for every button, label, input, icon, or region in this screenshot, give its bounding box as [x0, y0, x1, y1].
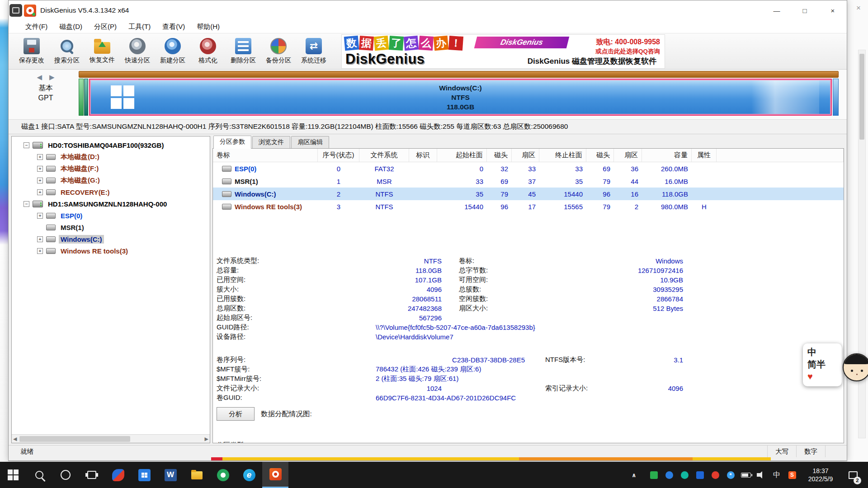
expand-icon[interactable]: +: [37, 178, 43, 183]
taskbar-app-file-explorer[interactable]: [184, 462, 210, 488]
tray-volume[interactable]: [754, 462, 769, 488]
toolbar-new-partition-button[interactable]: 新建分区: [155, 35, 190, 68]
column-header-7[interactable]: 终止柱面: [539, 149, 586, 162]
tree-item-windows-c[interactable]: +Windows(C:): [12, 233, 210, 245]
taskbar-app-store[interactable]: [131, 462, 157, 488]
column-header-6[interactable]: 扇区: [512, 149, 539, 162]
taskbar-app-diskgenius[interactable]: [262, 462, 288, 488]
table-row-re-tools[interactable]: Windows RE tools(3)3NTFS1544096171556579…: [213, 200, 844, 213]
tree-item-msr[interactable]: MSR(1): [12, 221, 210, 233]
expand-icon[interactable]: +: [37, 236, 43, 242]
tree-item-re-tools[interactable]: +Windows RE tools(3): [12, 245, 210, 257]
tray-sogou[interactable]: S: [784, 462, 800, 488]
column-header-2[interactable]: 文件系统: [359, 149, 409, 162]
tray-hidden-icons[interactable]: ∧: [631, 462, 646, 488]
tree-item-local-d[interactable]: +本地磁盘(D:): [12, 151, 210, 163]
start-button[interactable]: [0, 462, 26, 488]
ime-mode-indicator[interactable]: 中: [807, 346, 837, 358]
ime-simplified-halfwidth[interactable]: 简半: [807, 358, 837, 371]
menu-help[interactable]: 帮助(H): [191, 20, 226, 33]
ad-qq-link[interactable]: 或点击此处选择QQ咨询: [595, 47, 660, 56]
taskbar-app-word[interactable]: W: [157, 462, 184, 488]
tray-battery[interactable]: [738, 462, 754, 488]
scroll-left-arrow[interactable]: ◀: [13, 436, 17, 442]
toolbar-recover-files-button[interactable]: 恢复文件: [85, 35, 120, 68]
expand-icon[interactable]: +: [37, 189, 43, 195]
partition-block-esp[interactable]: [79, 79, 84, 116]
tree-item-recovery-e[interactable]: +RECOVERY(E:): [12, 186, 210, 198]
tray-red-circle-app[interactable]: [708, 462, 723, 488]
column-header-8[interactable]: 磁头: [586, 149, 614, 162]
scrollbar-thumb[interactable]: [859, 54, 864, 140]
toolbar-save-changes-button[interactable]: 保存更改: [14, 35, 49, 68]
prev-disk-arrow[interactable]: ◀: [37, 73, 42, 81]
toolbar-quick-partition-button[interactable]: 快速分区: [120, 35, 155, 68]
next-disk-arrow[interactable]: ▶: [49, 73, 55, 81]
column-header-9[interactable]: 扇区: [614, 149, 642, 162]
cortana-button[interactable]: [52, 462, 79, 488]
tree-item-local-f[interactable]: +本地磁盘(F:): [12, 163, 210, 174]
table-row-windows-c[interactable]: Windows(C:)2NTFS357945154409616118.0GB: [213, 188, 844, 200]
scroll-right-arrow[interactable]: ▶: [205, 436, 208, 442]
task-view-button[interactable]: [79, 462, 105, 488]
column-header-4[interactable]: 起始柱面: [437, 149, 487, 162]
tab-sector-edit[interactable]: 扇区编辑: [291, 136, 329, 149]
toolbar-system-migration-button[interactable]: ⇄系统迁移: [296, 35, 331, 68]
menu-file[interactable]: 文件(F): [19, 20, 53, 33]
toolbar-delete-partition-button[interactable]: 删除分区: [226, 35, 261, 68]
background-window-close-icon[interactable]: ×: [856, 4, 861, 13]
column-header-3[interactable]: 标识: [409, 149, 437, 162]
action-center-button[interactable]: 2: [841, 471, 865, 479]
close-button[interactable]: ×: [819, 0, 847, 20]
scrollbar-track[interactable]: [19, 436, 203, 442]
tree-item-local-g[interactable]: +本地磁盘(G:): [12, 174, 210, 186]
tray-ime-mode[interactable]: 中: [769, 462, 784, 488]
tray-wechat[interactable]: [646, 462, 661, 488]
partition-block-windows-c[interactable]: Windows(C:) NTFS 118.0GB: [89, 79, 832, 116]
column-header-10[interactable]: 容量: [642, 149, 692, 162]
heart-icon[interactable]: ♥: [807, 371, 837, 383]
tree-item-esp[interactable]: +ESP(0): [12, 210, 210, 221]
toolbar-search-partition-button[interactable]: 搜索分区: [49, 35, 85, 68]
expand-icon[interactable]: +: [37, 154, 43, 160]
collapse-icon[interactable]: −: [24, 201, 29, 207]
ad-banner[interactable]: 数据丢了怎么办！ DiskGenius DiskGenius 致电: 400-0…: [341, 34, 665, 69]
menu-tools[interactable]: 工具(T): [123, 20, 156, 33]
scrollbar-thumb[interactable]: [19, 436, 130, 442]
expand-icon[interactable]: +: [37, 166, 43, 172]
minimize-button[interactable]: —: [763, 0, 791, 20]
menu-disk[interactable]: 磁盘(D): [53, 20, 88, 33]
ime-status-box[interactable]: 中 简半 ♥: [803, 343, 842, 386]
tray-teal-circle-app[interactable]: [677, 462, 692, 488]
taskbar-app-green-browser[interactable]: [210, 462, 236, 488]
partition-block-msr[interactable]: [84, 79, 88, 116]
table-row-esp[interactable]: ESP(0)0FAT3203233336936260.0MB: [213, 162, 844, 175]
tree-item-hd1[interactable]: −HD1:SAMSUNGMZNLN128HAHQ-000: [12, 198, 210, 210]
tree-horizontal-scrollbar[interactable]: ◀ ▶: [12, 434, 210, 443]
expand-icon[interactable]: +: [37, 213, 43, 219]
tray-blue-circle-app[interactable]: [661, 462, 677, 488]
taskbar-app-thunder[interactable]: [105, 462, 131, 488]
column-header-1[interactable]: 序号(状态): [318, 149, 359, 162]
taskbar-app-edge[interactable]: e: [236, 462, 262, 488]
tray-blue-square-app[interactable]: [692, 462, 708, 488]
expand-icon[interactable]: +: [37, 248, 43, 254]
analyze-button[interactable]: 分析: [217, 407, 255, 421]
toolbar-format-button[interactable]: 格式化: [190, 35, 226, 68]
tab-browse-files[interactable]: 浏览文件: [252, 136, 290, 149]
tray-snowflake-app[interactable]: *: [723, 462, 738, 488]
menu-partition[interactable]: 分区(P): [88, 20, 123, 33]
toolbar-backup-partition-button[interactable]: 备份分区: [261, 35, 296, 68]
taskbar-clock[interactable]: 18:37 2022/5/9: [800, 467, 841, 483]
ime-floating-widget[interactable]: 中 简半 ♥: [803, 343, 868, 386]
column-header-5[interactable]: 磁头: [487, 149, 512, 162]
column-header-0[interactable]: 卷标: [213, 149, 318, 162]
tab-partition-params[interactable]: 分区参数: [213, 136, 251, 149]
disk-header-bar[interactable]: [79, 71, 839, 78]
collapse-icon[interactable]: −: [24, 142, 29, 148]
column-header-11[interactable]: 属性: [692, 149, 717, 162]
tree-item-hd0[interactable]: −HD0:TOSHIBAMQ04ABF100(932GB): [12, 139, 210, 151]
taskbar-search-button[interactable]: [26, 462, 52, 488]
ime-mascot-avatar[interactable]: [843, 353, 868, 381]
maximize-button[interactable]: □: [791, 0, 819, 20]
